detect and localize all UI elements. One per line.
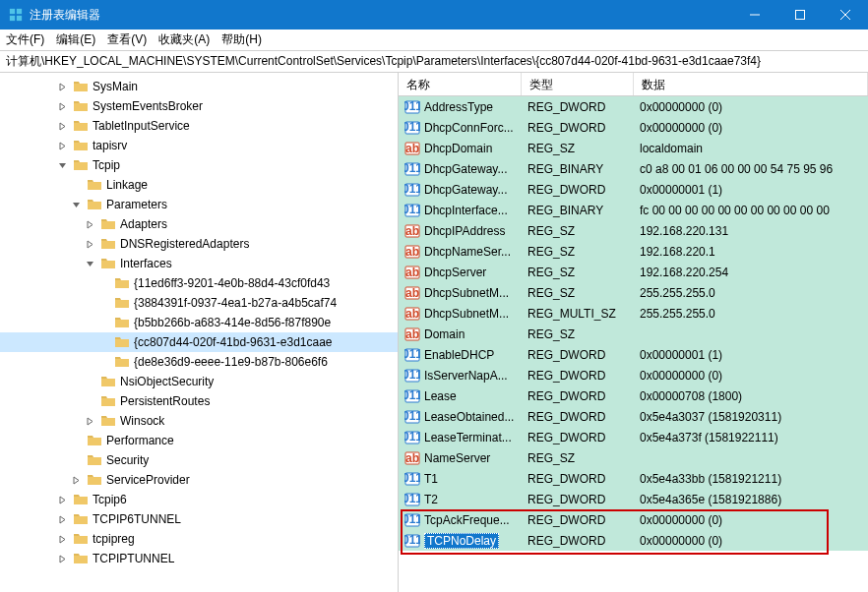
- tree-toggle-icon[interactable]: [83, 257, 96, 270]
- tree-toggle-icon[interactable]: [55, 552, 69, 565]
- tree-toggle-icon[interactable]: [55, 80, 69, 93]
- cell-data: 0x00000001 (1): [634, 183, 868, 197]
- svg-rect-29: [74, 497, 88, 504]
- svg-text:ab: ab: [405, 224, 419, 238]
- list-row[interactable]: 011EnableDHCPREG_DWORD0x00000001 (1): [399, 344, 868, 365]
- cell-name: 011LeaseObtained...: [399, 409, 522, 425]
- list-row[interactable]: 011LeaseREG_DWORD0x00000708 (1800): [399, 385, 868, 406]
- list-row[interactable]: abDhcpServerREG_SZ192.168.220.254: [399, 262, 868, 282]
- titlebar[interactable]: 注册表编辑器: [0, 0, 868, 30]
- tree-toggle-icon[interactable]: [55, 512, 69, 526]
- menu-file[interactable]: 文件(F): [6, 31, 44, 48]
- list-row[interactable]: 011TCPNoDelayREG_DWORD0x00000000 (0): [399, 530, 868, 551]
- tree-node[interactable]: Performance: [0, 431, 398, 450]
- tree-node[interactable]: Adapters: [0, 214, 398, 234]
- tree-toggle-icon[interactable]: [55, 493, 69, 506]
- list-row[interactable]: 011T1REG_DWORD0x5e4a33bb (1581921211): [399, 468, 868, 489]
- tree-node[interactable]: Parameters: [0, 195, 398, 214]
- cell-name: 011EnableDHCP: [399, 347, 522, 363]
- cell-name: 011DhcpInterface...: [399, 203, 522, 218]
- tree-toggle-icon[interactable]: [83, 414, 96, 428]
- tree-node[interactable]: Tcpip6: [0, 490, 398, 509]
- list-row[interactable]: 011T2REG_DWORD0x5e4a365e (1581921886): [399, 489, 868, 509]
- list-row[interactable]: 011DhcpGateway...REG_DWORD0x00000001 (1): [399, 179, 868, 200]
- tree-node[interactable]: DNSRegisteredAdapters: [0, 234, 398, 254]
- menu-help[interactable]: 帮助(H): [221, 31, 262, 48]
- tree-toggle-icon[interactable]: [69, 198, 83, 211]
- svg-rect-28: [88, 477, 101, 485]
- tree-node[interactable]: {3884391f-0937-4ea1-b27a-a4b5caf74: [0, 293, 398, 313]
- cell-type: REG_DWORD: [522, 513, 634, 527]
- cell-data: 0x00000000 (0): [634, 369, 868, 383]
- list-row[interactable]: abDomainREG_SZ: [399, 324, 868, 344]
- tree-toggle-icon[interactable]: [55, 99, 69, 113]
- cell-name: 011DhcpGateway...: [399, 161, 522, 177]
- tree-node[interactable]: TabletInputService: [0, 116, 398, 136]
- cell-type: REG_BINARY: [522, 204, 634, 217]
- list-row[interactable]: abDhcpSubnetM...REG_MULTI_SZ255.255.255.…: [399, 303, 868, 324]
- list-row[interactable]: 011TcpAckFreque...REG_DWORD0x00000000 (0…: [399, 509, 868, 530]
- svg-rect-19: [115, 300, 129, 308]
- menu-edit[interactable]: 编辑(E): [56, 31, 95, 48]
- maximize-button[interactable]: [777, 0, 823, 30]
- tree-node[interactable]: Tcpip: [0, 155, 398, 175]
- list-row[interactable]: 011DhcpConnForc...REG_DWORD0x00000000 (0…: [399, 117, 868, 138]
- tree-node[interactable]: TCPIPTUNNEL: [0, 549, 398, 568]
- svg-text:011: 011: [404, 182, 420, 196]
- list-row[interactable]: 011DhcpInterface...REG_BINARYfc 00 00 00…: [399, 200, 868, 220]
- tree-node[interactable]: {de8e36d9-eeee-11e9-b87b-806e6f6: [0, 352, 398, 372]
- list-row[interactable]: abDhcpNameSer...REG_SZ192.168.220.1: [399, 241, 868, 262]
- tree-node[interactable]: Security: [0, 450, 398, 470]
- cell-name: abDhcpIPAddress: [399, 223, 522, 239]
- tree-node[interactable]: tapisrv: [0, 136, 398, 155]
- tree-toggle-icon[interactable]: [69, 473, 83, 487]
- svg-text:011: 011: [404, 492, 420, 505]
- tree-node[interactable]: ServiceProvider: [0, 470, 398, 490]
- close-button[interactable]: [823, 0, 868, 30]
- list-row[interactable]: 011IsServerNapA...REG_DWORD0x00000000 (0…: [399, 365, 868, 385]
- list-row[interactable]: 011AddressTypeREG_DWORD0x00000000 (0): [399, 96, 868, 117]
- minimize-button[interactable]: [732, 0, 777, 30]
- list-row[interactable]: abDhcpDomainREG_SZlocaldomain: [399, 138, 868, 158]
- window-title: 注册表编辑器: [30, 7, 732, 24]
- tree-label: {3884391f-0937-4ea1-b27a-a4b5caf74: [134, 296, 337, 310]
- list-row[interactable]: 011LeaseObtained...REG_DWORD0x5e4a3037 (…: [399, 406, 868, 427]
- tree-node[interactable]: Interfaces: [0, 254, 398, 273]
- menu-favorites[interactable]: 收藏夹(A): [158, 31, 210, 48]
- svg-rect-9: [74, 103, 88, 111]
- tree-node[interactable]: {11ed6ff3-9201-4e0b-88d4-43cf0fd43: [0, 273, 398, 293]
- tree-toggle-icon[interactable]: [55, 158, 69, 172]
- tree-node[interactable]: NsiObjectSecurity: [0, 372, 398, 391]
- list-row[interactable]: 011LeaseTerminat...REG_DWORD0x5e4a373f (…: [399, 427, 868, 447]
- svg-text:011: 011: [404, 533, 420, 547]
- svg-rect-12: [74, 162, 88, 170]
- list-pane[interactable]: 名称 类型 数据 011AddressTypeREG_DWORD0x000000…: [399, 73, 868, 592]
- addressbar[interactable]: 计算机\HKEY_LOCAL_MACHINE\SYSTEM\CurrentCon…: [0, 51, 868, 73]
- tree-node[interactable]: {cc807d44-020f-41bd-9631-e3d1caae: [0, 332, 398, 352]
- tree-node[interactable]: PersistentRoutes: [0, 391, 398, 411]
- column-header-type[interactable]: 类型: [522, 73, 634, 95]
- tree-node[interactable]: Linkage: [0, 175, 398, 195]
- tree-toggle-icon[interactable]: [55, 119, 69, 133]
- tree-node[interactable]: tcpipreg: [0, 529, 398, 549]
- tree-toggle-icon[interactable]: [55, 139, 69, 152]
- tree-node[interactable]: SysMain: [0, 77, 398, 96]
- column-header-name[interactable]: 名称: [399, 73, 522, 95]
- tree-toggle-icon[interactable]: [55, 532, 69, 546]
- list-row[interactable]: 011DhcpGateway...REG_BINARYc0 a8 00 01 0…: [399, 158, 868, 179]
- cell-data: c0 a8 00 01 06 00 00 00 54 75 95 96: [634, 162, 868, 176]
- list-row[interactable]: abNameServerREG_SZ: [399, 447, 868, 468]
- cell-data: 0x00000000 (0): [634, 100, 868, 114]
- tree-node[interactable]: SystemEventsBroker: [0, 96, 398, 116]
- list-row[interactable]: abDhcpSubnetM...REG_SZ255.255.255.0: [399, 282, 868, 303]
- list-row[interactable]: abDhcpIPAddressREG_SZ192.168.220.131: [399, 220, 868, 241]
- tree-toggle-icon[interactable]: [83, 237, 96, 251]
- column-header-data[interactable]: 数据: [634, 73, 868, 95]
- tree-node[interactable]: {b5bb266b-a683-414e-8d56-f87f890e: [0, 313, 398, 332]
- tree-toggle-icon[interactable]: [83, 217, 96, 231]
- tree-label: Security: [106, 453, 149, 467]
- tree-pane[interactable]: SysMainSystemEventsBrokerTabletInputServ…: [0, 73, 399, 592]
- menu-view[interactable]: 查看(V): [107, 31, 147, 48]
- tree-node[interactable]: Winsock: [0, 411, 398, 431]
- tree-node[interactable]: TCPIP6TUNNEL: [0, 509, 398, 529]
